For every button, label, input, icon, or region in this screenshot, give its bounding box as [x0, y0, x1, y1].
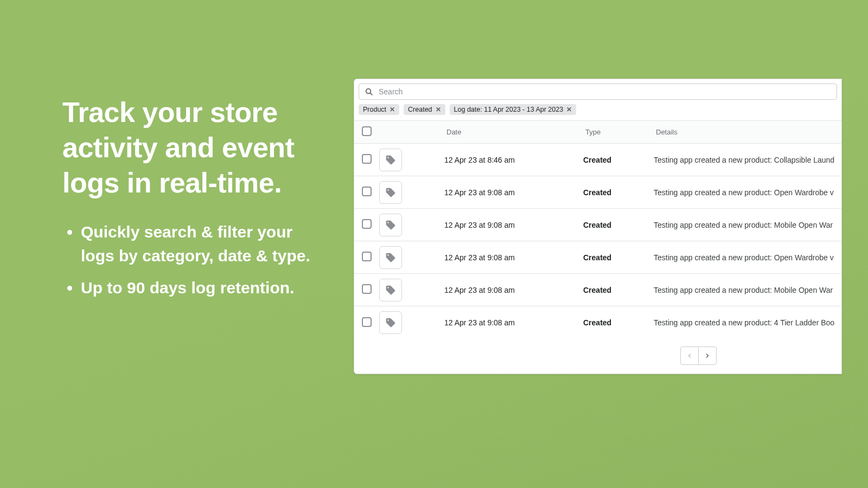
row-thumb-cell	[379, 149, 444, 171]
row-type: Created	[583, 156, 654, 164]
row-details: Testing app created a new product: Open …	[654, 188, 841, 197]
headline: Track your store activity and event logs…	[62, 95, 328, 201]
row-thumb-cell	[379, 214, 444, 236]
tag-icon	[379, 149, 402, 171]
filter-chip-logdate[interactable]: Log date: 11 Apr 2023 - 13 Apr 2023 ✕	[450, 104, 577, 115]
search-icon	[365, 87, 373, 96]
prev-page-button[interactable]	[680, 346, 699, 365]
row-checkbox-cell	[354, 187, 379, 198]
row-checkbox-cell	[354, 317, 379, 329]
bullet-item: Quickly search & filter your logs by cat…	[81, 220, 328, 267]
row-type: Created	[583, 318, 654, 327]
row-thumb-cell	[379, 279, 444, 301]
table-row[interactable]: 12 Apr 23 at 9:08 am Created Testing app…	[354, 209, 841, 241]
table-body: 12 Apr 23 at 8:46 am Created Testing app…	[354, 144, 841, 339]
row-date: 12 Apr 23 at 8:46 am	[444, 156, 583, 164]
filter-chip-product[interactable]: Product ✕	[359, 104, 399, 115]
table-row[interactable]: 12 Apr 23 at 9:08 am Created Testing app…	[354, 241, 841, 274]
row-thumb-cell	[379, 311, 444, 334]
table-row[interactable]: 12 Apr 23 at 9:08 am Created Testing app…	[354, 274, 841, 306]
filter-chip-created[interactable]: Created ✕	[404, 104, 445, 115]
tag-icon	[379, 181, 402, 204]
close-icon[interactable]: ✕	[436, 106, 441, 113]
row-checkbox-cell	[354, 154, 379, 165]
row-thumb-cell	[379, 181, 444, 204]
row-date: 12 Apr 23 at 9:08 am	[444, 286, 583, 294]
row-details: Testing app created a new product: Mobil…	[654, 286, 841, 294]
table-row[interactable]: 12 Apr 23 at 9:08 am Created Testing app…	[354, 306, 841, 339]
bullet-item: Up to 90 days log retention.	[81, 276, 328, 300]
row-thumb-cell	[379, 246, 444, 269]
log-panel: Product ✕ Created ✕ Log date: 11 Apr 202…	[354, 79, 842, 374]
close-icon[interactable]: ✕	[390, 106, 395, 113]
row-type: Created	[583, 253, 654, 262]
tag-icon	[379, 279, 402, 301]
row-checkbox-cell	[354, 219, 379, 230]
next-page-button[interactable]	[698, 346, 717, 365]
row-date: 12 Apr 23 at 9:08 am	[444, 188, 583, 197]
chip-label: Created	[408, 106, 432, 113]
svg-line-1	[370, 93, 372, 95]
col-date: Date	[444, 128, 583, 136]
row-type: Created	[583, 188, 654, 197]
row-checkbox[interactable]	[362, 187, 372, 196]
search-input[interactable]	[379, 87, 831, 96]
table-header: Date Type Details	[354, 120, 841, 144]
select-all-checkbox[interactable]	[362, 126, 372, 136]
row-details: Testing app created a new product: Colla…	[654, 156, 841, 164]
tag-icon	[379, 214, 402, 236]
row-type: Created	[583, 286, 654, 294]
row-checkbox[interactable]	[362, 252, 372, 261]
row-checkbox-cell	[354, 252, 379, 263]
row-checkbox[interactable]	[362, 219, 372, 229]
row-date: 12 Apr 23 at 9:08 am	[444, 221, 583, 229]
select-all-cell	[354, 126, 379, 138]
tag-icon	[379, 246, 402, 269]
chip-label: Log date: 11 Apr 2023 - 13 Apr 2023	[454, 106, 564, 113]
row-checkbox-cell	[354, 284, 379, 296]
row-checkbox[interactable]	[362, 284, 372, 294]
row-details: Testing app created a new product: 4 Tie…	[654, 318, 841, 327]
chip-label: Product	[363, 106, 386, 113]
row-date: 12 Apr 23 at 9:08 am	[444, 253, 583, 262]
table-row[interactable]: 12 Apr 23 at 9:08 am Created Testing app…	[354, 176, 841, 209]
marketing-copy: Track your store activity and event logs…	[62, 95, 328, 309]
row-type: Created	[583, 221, 654, 229]
search-bar[interactable]	[359, 84, 837, 100]
feature-bullets: Quickly search & filter your logs by cat…	[62, 220, 328, 300]
row-checkbox[interactable]	[362, 317, 372, 327]
row-details: Testing app created a new product: Open …	[654, 253, 841, 262]
pagination	[555, 339, 841, 374]
row-details: Testing app created a new product: Mobil…	[654, 221, 841, 229]
tag-icon	[379, 311, 402, 334]
row-checkbox[interactable]	[362, 154, 372, 164]
col-details: Details	[654, 128, 841, 136]
row-date: 12 Apr 23 at 9:08 am	[444, 318, 583, 327]
close-icon[interactable]: ✕	[566, 106, 572, 113]
table-row[interactable]: 12 Apr 23 at 8:46 am Created Testing app…	[354, 144, 841, 176]
filter-chip-row: Product ✕ Created ✕ Log date: 11 Apr 202…	[354, 100, 841, 120]
col-type: Type	[583, 128, 654, 136]
